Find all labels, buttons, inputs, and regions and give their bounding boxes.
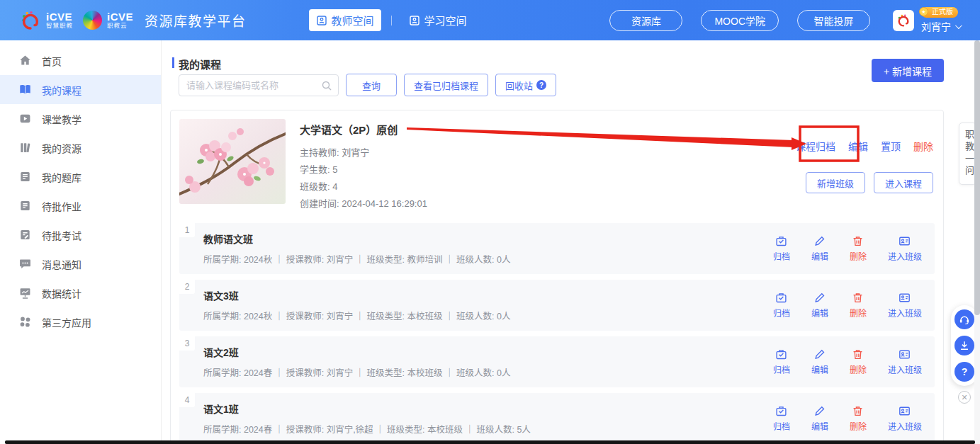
nav-divider (391, 16, 392, 25)
delete-class-button[interactable]: 删除 (850, 348, 867, 375)
sidebar-item-label: 第三方应用 (42, 315, 91, 329)
tab-label: 教师空间 (332, 13, 374, 28)
trash-icon (852, 348, 864, 360)
archive-class-button[interactable]: 归档 (773, 348, 790, 375)
class-row: 1 教师语文班 所属学期: 2024秋 ｜ 授课教师: 刘宵宁 ｜ 班级类型: … (179, 223, 935, 274)
customer-service-button[interactable] (954, 309, 974, 329)
smart-screencast-button[interactable]: 智能投屏 (797, 10, 870, 31)
sidebar-item-pending-homework[interactable]: 待批作业 (0, 191, 161, 220)
exam-icon (19, 229, 31, 241)
sidebar-item-question-bank[interactable]: 我的题库 (0, 162, 161, 191)
download-button[interactable] (954, 336, 974, 355)
enter-class-icon (899, 348, 911, 360)
mooc-college-button[interactable]: MOOC学院 (701, 10, 779, 31)
chevron-down-icon (955, 22, 962, 29)
books-icon (19, 142, 31, 154)
enter-course-button[interactable]: 进入课程 (874, 172, 933, 193)
enter-class-icon (899, 235, 911, 247)
class-row-index: 1 (179, 223, 195, 237)
class-list: 1 教师语文班 所属学期: 2024秋 ｜ 授课教师: 刘宵宁 ｜ 班级类型: … (179, 223, 935, 444)
search-input[interactable] (179, 74, 339, 96)
medal-icon (919, 7, 928, 16)
course-title: 大学语文（2P）原创 (300, 122, 427, 137)
help-button[interactable]: ? (954, 362, 974, 382)
add-class-button[interactable]: 新增班级 (806, 172, 865, 193)
trash-icon (852, 405, 864, 417)
enter-class-icon (899, 292, 911, 304)
space-nav: 教师空间 学习空间 (309, 9, 474, 31)
search-icon[interactable] (321, 80, 332, 91)
sidebar-item-label: 我的资源 (42, 141, 81, 155)
sidebar-item-third-party-apps[interactable]: 第三方应用 (0, 307, 161, 336)
logo-sub-text: 职教云 (107, 23, 133, 29)
tab-student-space[interactable]: 学习空间 (402, 9, 474, 31)
course-pin-link[interactable]: 置顶 (881, 139, 901, 153)
student-space-icon (409, 15, 420, 26)
sidebar-item-classroom-teaching[interactable]: 课堂教学 (0, 104, 161, 133)
edit-class-button[interactable]: 编辑 (811, 235, 828, 262)
enter-class-button[interactable]: 进入班级 (888, 235, 922, 262)
home-icon (19, 55, 31, 67)
tab-label: 学习空间 (424, 13, 467, 28)
sidebar-item-pending-exams[interactable]: 待批考试 (0, 220, 161, 249)
recycle-bin-button[interactable]: 回收站 ? (495, 74, 556, 96)
enter-class-button[interactable]: 进入班级 (888, 348, 922, 375)
edit-class-button[interactable]: 编辑 (811, 405, 828, 432)
archive-icon (775, 292, 787, 304)
user-avatar[interactable] (893, 10, 914, 31)
sidebar-item-notifications[interactable]: 消息通知 (0, 249, 161, 278)
question-mark-icon: ? (962, 366, 968, 377)
download-icon (959, 340, 970, 351)
icve-zhijiaoyun-logo: iCVE 职教云 (83, 11, 133, 30)
course-delete-link[interactable]: 删除 (913, 139, 933, 153)
course-host-teacher: 主持教师: 刘宵宁 (300, 144, 427, 161)
message-icon (19, 258, 31, 270)
resource-library-button[interactable]: 资源库 (609, 10, 682, 31)
user-menu[interactable]: 刘宵宁 (921, 19, 960, 33)
trash-icon (852, 235, 864, 247)
archive-class-button[interactable]: 归档 (773, 235, 790, 262)
edit-pencil-icon (813, 292, 826, 304)
course-edit-link[interactable]: 编辑 (848, 139, 868, 153)
sidebar-item-my-courses[interactable]: 我的课程 (0, 75, 161, 104)
page-title: 我的课程 (172, 57, 221, 72)
sidebar-item-home[interactable]: 首页 (0, 46, 161, 75)
edit-class-button[interactable]: 编辑 (811, 348, 828, 375)
book-icon (19, 84, 31, 96)
view-archived-courses-button[interactable]: 查看已归档课程 (404, 74, 488, 96)
archive-class-button[interactable]: 归档 (773, 292, 790, 319)
tab-teacher-space[interactable]: 教师空间 (309, 9, 381, 31)
enter-class-button[interactable]: 进入班级 (888, 405, 922, 432)
add-course-button[interactable]: + 新增课程 (872, 59, 944, 82)
scrollbar-track (974, 40, 980, 444)
course-created-at: 创建时间: 2024-04-12 16:29:01 (300, 195, 427, 212)
sidebar-item-my-resources[interactable]: 我的资源 (0, 133, 161, 162)
sidebar-item-label: 课堂教学 (42, 112, 81, 126)
sidebar-item-label: 待批考试 (42, 228, 81, 242)
edit-class-button[interactable]: 编辑 (811, 292, 828, 319)
search-box (179, 74, 339, 96)
delete-class-button[interactable]: 删除 (850, 292, 867, 319)
delete-class-button[interactable]: 删除 (850, 405, 867, 432)
archive-icon (775, 235, 787, 247)
enter-class-button[interactable]: 进入班级 (888, 292, 922, 319)
play-video-icon (19, 113, 31, 125)
archive-class-button[interactable]: 归档 (773, 405, 790, 432)
sidebar-item-label: 数据统计 (42, 286, 81, 300)
main-content: 我的课程 + 新增课程 查询 查看已归档课程 回收站 ? (162, 40, 980, 444)
class-row-index: 4 (179, 393, 195, 407)
scrollbar-thumb[interactable] (974, 40, 980, 315)
query-button[interactable]: 查询 (346, 74, 397, 96)
sidebar-item-statistics[interactable]: 数据统计 (0, 278, 161, 307)
class-row: 3 语文2班 所属学期: 2024春 ｜ 授课教师: 刘宵宁 ｜ 班级类型: 本… (179, 336, 935, 387)
version-badge: 正式版 (921, 7, 958, 18)
platform-title: 资源库教学平台 (145, 11, 247, 30)
window-bottom-edge (5, 440, 975, 444)
logo-brand-text: iCVE (107, 11, 133, 23)
delete-class-button[interactable]: 删除 (850, 235, 867, 262)
course-archive-link[interactable]: 课程归档 (796, 139, 835, 153)
recycle-bin-label: 回收站 (505, 79, 533, 92)
edit-pencil-icon (813, 235, 826, 247)
course-class-count: 班级数: 4 (300, 178, 427, 195)
close-toolbar-button[interactable]: ✕ (958, 391, 971, 404)
